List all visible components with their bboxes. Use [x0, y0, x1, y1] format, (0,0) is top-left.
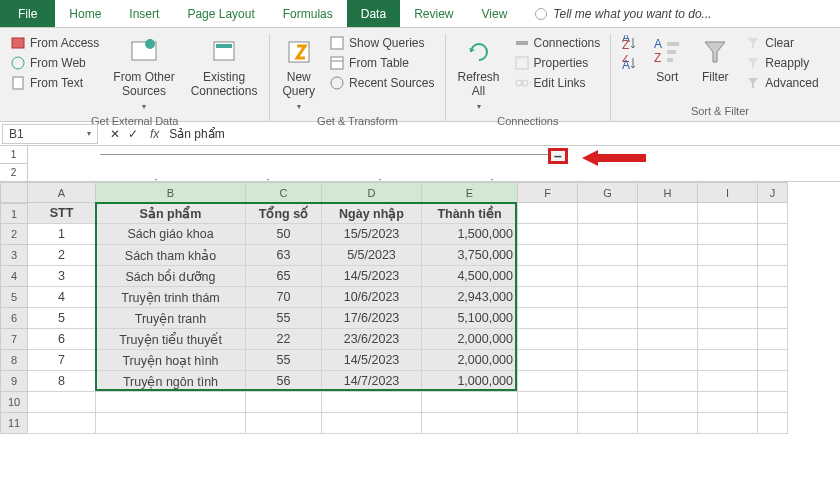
- cell[interactable]: [518, 392, 578, 413]
- cell[interactable]: [518, 245, 578, 266]
- cell[interactable]: 2,000,000: [422, 350, 518, 371]
- cell[interactable]: [758, 203, 788, 224]
- cell[interactable]: 14/5/2023: [322, 266, 422, 287]
- accept-formula-button[interactable]: ✓: [128, 127, 138, 141]
- cell[interactable]: 8: [28, 371, 96, 392]
- cell[interactable]: [698, 371, 758, 392]
- cell[interactable]: 1: [28, 224, 96, 245]
- cell[interactable]: [638, 245, 698, 266]
- cell[interactable]: 23/6/2023: [322, 329, 422, 350]
- advanced-button[interactable]: Advanced: [743, 74, 820, 92]
- outline-level-2[interactable]: 2: [0, 164, 27, 182]
- cell[interactable]: 14/5/2023: [322, 350, 422, 371]
- cell[interactable]: Truyện tiểu thuyết: [96, 329, 246, 350]
- cell[interactable]: 55: [246, 308, 322, 329]
- cell[interactable]: [758, 224, 788, 245]
- edit-links-button[interactable]: Edit Links: [512, 74, 603, 92]
- fx-icon[interactable]: fx: [150, 127, 159, 141]
- cell[interactable]: [518, 308, 578, 329]
- col-header-h[interactable]: H: [638, 182, 698, 203]
- cell[interactable]: 5,100,000: [422, 308, 518, 329]
- cell[interactable]: Truyện trinh thám: [96, 287, 246, 308]
- cell[interactable]: [578, 329, 638, 350]
- cell[interactable]: [758, 329, 788, 350]
- cell[interactable]: 5/5/2023: [322, 245, 422, 266]
- cell[interactable]: 4,500,000: [422, 266, 518, 287]
- cell[interactable]: [698, 266, 758, 287]
- cell[interactable]: [578, 350, 638, 371]
- cell[interactable]: [518, 203, 578, 224]
- sort-button[interactable]: AZ Sort: [647, 34, 687, 86]
- existing-connections-button[interactable]: Existing Connections: [187, 34, 262, 101]
- col-header-i[interactable]: I: [698, 182, 758, 203]
- cell[interactable]: [578, 266, 638, 287]
- cell[interactable]: [638, 308, 698, 329]
- cell[interactable]: [638, 413, 698, 434]
- cell[interactable]: [322, 413, 422, 434]
- cell[interactable]: 1,000,000: [422, 371, 518, 392]
- cell[interactable]: [698, 392, 758, 413]
- cell[interactable]: [518, 266, 578, 287]
- tell-me-search[interactable]: Tell me what you want to do...: [535, 0, 711, 27]
- cell[interactable]: [638, 329, 698, 350]
- cell[interactable]: Tổng số: [246, 203, 322, 224]
- cell[interactable]: STT: [28, 203, 96, 224]
- from-access-button[interactable]: From Access: [8, 34, 101, 52]
- cell[interactable]: [758, 350, 788, 371]
- reapply-button[interactable]: Reapply: [743, 54, 820, 72]
- refresh-all-button[interactable]: Refresh All▾: [454, 34, 504, 113]
- cell[interactable]: 15/5/2023: [322, 224, 422, 245]
- cell[interactable]: 14/7/2023: [322, 371, 422, 392]
- row-header[interactable]: 11: [0, 413, 28, 434]
- outline-level-1[interactable]: 1: [0, 146, 27, 164]
- cell[interactable]: [758, 308, 788, 329]
- cell[interactable]: [578, 413, 638, 434]
- cell[interactable]: Sách bồi dưỡng: [96, 266, 246, 287]
- tab-insert[interactable]: Insert: [115, 0, 173, 27]
- cell[interactable]: Sản phẩm: [96, 203, 246, 224]
- cell[interactable]: [638, 224, 698, 245]
- cell[interactable]: 55: [246, 350, 322, 371]
- row-header[interactable]: 10: [0, 392, 28, 413]
- from-table-button[interactable]: From Table: [327, 54, 436, 72]
- cell[interactable]: [246, 413, 322, 434]
- filter-button[interactable]: Filter: [695, 34, 735, 86]
- cell[interactable]: 2: [28, 245, 96, 266]
- cell[interactable]: [578, 287, 638, 308]
- cell[interactable]: [422, 413, 518, 434]
- col-header-a[interactable]: A: [28, 182, 96, 203]
- formula-input[interactable]: Sản phẩm: [169, 127, 224, 141]
- cell[interactable]: [698, 203, 758, 224]
- new-query-button[interactable]: New Query▾: [278, 34, 319, 113]
- cell[interactable]: [758, 413, 788, 434]
- from-other-sources-button[interactable]: From Other Sources▾: [109, 34, 178, 113]
- cell[interactable]: [578, 371, 638, 392]
- cell[interactable]: [246, 392, 322, 413]
- cell[interactable]: 22: [246, 329, 322, 350]
- cell[interactable]: Truyện ngôn tình: [96, 371, 246, 392]
- cell[interactable]: [638, 266, 698, 287]
- cell[interactable]: Truyện tranh: [96, 308, 246, 329]
- cell[interactable]: [578, 203, 638, 224]
- tab-page-layout[interactable]: Page Layout: [173, 0, 268, 27]
- cell[interactable]: [28, 413, 96, 434]
- cell[interactable]: 63: [246, 245, 322, 266]
- name-box[interactable]: B1 ▾: [2, 124, 98, 144]
- cell[interactable]: 70: [246, 287, 322, 308]
- cell[interactable]: [698, 350, 758, 371]
- col-header-j[interactable]: J: [758, 182, 788, 203]
- tab-formulas[interactable]: Formulas: [269, 0, 347, 27]
- recent-sources-button[interactable]: Recent Sources: [327, 74, 436, 92]
- row-header[interactable]: 5: [0, 287, 28, 308]
- cell[interactable]: Sách giáo khoa: [96, 224, 246, 245]
- cell[interactable]: 10/6/2023: [322, 287, 422, 308]
- cell[interactable]: [638, 392, 698, 413]
- cell[interactable]: 7: [28, 350, 96, 371]
- cell[interactable]: 56: [246, 371, 322, 392]
- tab-file[interactable]: File: [0, 0, 55, 27]
- from-web-button[interactable]: From Web: [8, 54, 101, 72]
- cell[interactable]: [758, 287, 788, 308]
- cell[interactable]: [322, 392, 422, 413]
- cell[interactable]: [698, 245, 758, 266]
- row-header[interactable]: 3: [0, 245, 28, 266]
